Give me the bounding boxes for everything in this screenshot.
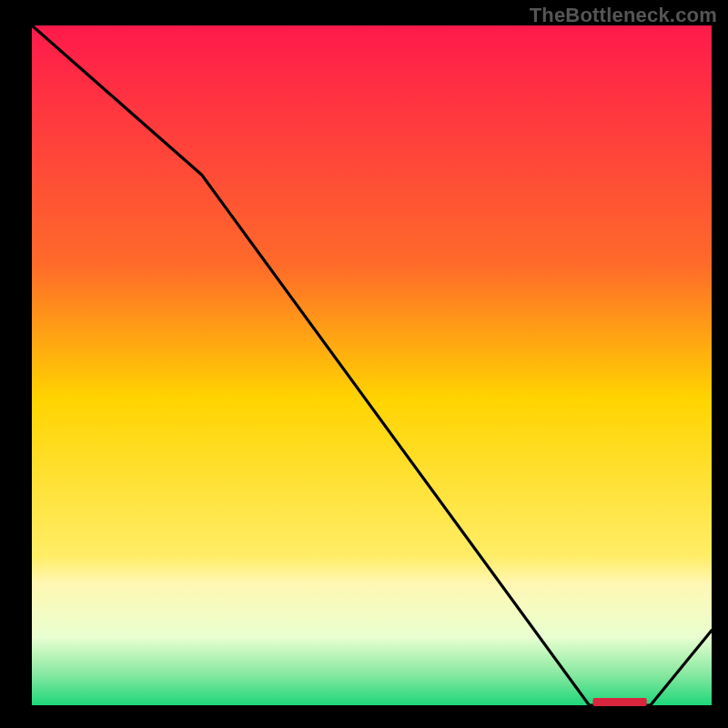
plot-background [32, 25, 712, 705]
chart-svg [0, 0, 728, 728]
attribution-text: TheBottleneck.com [530, 4, 717, 27]
chart-frame: TheBottleneck.com [0, 0, 728, 728]
series-marker [593, 698, 647, 706]
